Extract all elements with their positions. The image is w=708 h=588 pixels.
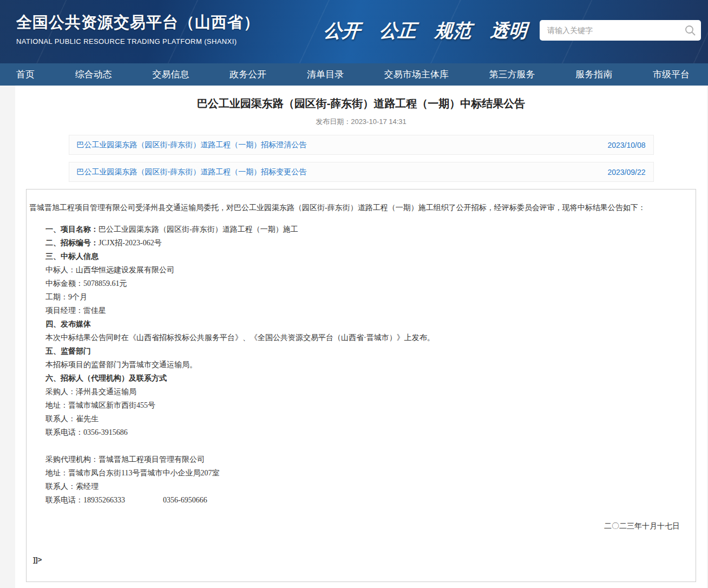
signature-date: 二〇二三年十月十七日 — [29, 519, 693, 533]
line-duration: 工期：9个月 — [29, 290, 693, 304]
nav-item-comprehensive-news[interactable]: 综合动态 — [75, 68, 112, 81]
related-date: 2023/10/08 — [607, 141, 645, 149]
publish-date: 发布日期：2023-10-17 14:31 — [15, 117, 707, 127]
line-agency-address: 地址：晋城市凤台东街113号晋城市中小企业局207室 — [29, 466, 693, 480]
nav-item-home[interactable]: 首页 — [16, 68, 35, 81]
heading-winner-info: 三、中标人信息 — [29, 250, 693, 263]
main-nav: 首页 综合动态 交易信息 政务公开 清单目录 交易市场主体库 第三方服务 服务指… — [0, 63, 708, 86]
site-title-cn: 全国公共资源交易平台（山西省） — [16, 12, 260, 34]
related-row[interactable]: 巴公工业园渠东路（园区街-薛东街）道路工程（一期）招标变更公告 2023/09/… — [69, 162, 654, 182]
line-purchaser-address: 地址：晋城市城区新市西街455号 — [29, 398, 693, 412]
line-purchaser-phone: 联系电话：0356-3915686 — [29, 426, 693, 439]
site-title-en: NATIONAL PUBLIC RESOURCE TRADING PLATFOR… — [16, 37, 260, 45]
announcement-body: 晋城晋旭工程项目管理有限公司受泽州县交通运输局委托，对巴公工业园渠东路（园区街-… — [26, 189, 696, 582]
slogan-word-transparent: 透明 — [489, 18, 528, 43]
related-date: 2023/09/22 — [607, 168, 645, 177]
heading-supervision: 五、监督部门 — [29, 344, 693, 358]
slogan-word-open: 公开 — [323, 18, 361, 43]
cdata-artifact-text: ]]> — [29, 556, 693, 564]
content-panel: 巴公工业园渠东路（园区街-薛东街）道路工程（一期）中标结果公告 发布日期：202… — [15, 86, 707, 588]
line-purchaser: 采购人：泽州县交通运输局 — [29, 385, 693, 398]
line-tender-number: 二、招标编号：JCJX招-2023-062号 — [29, 236, 693, 250]
line-bid-amount: 中标金额：5078859.61元 — [29, 277, 693, 290]
nav-item-market-entities[interactable]: 交易市场主体库 — [384, 68, 449, 81]
line-purchaser-contact: 联系人：崔先生 — [29, 412, 693, 426]
line-project-name: 一、项目名称：巴公工业园渠东路（园区街-薛东街）道路工程（一期）施工 — [29, 223, 693, 236]
site-brand: 全国公共资源交易平台（山西省） NATIONAL PUBLIC RESOURCE… — [16, 12, 260, 45]
nav-item-list-catalog[interactable]: 清单目录 — [307, 68, 344, 81]
search-input[interactable] — [546, 25, 684, 35]
slogan-word-fair: 公正 — [378, 18, 417, 43]
related-row[interactable]: 巴公工业园渠东路（园区街-薛东街）道路工程（一期）招标澄清公告 2023/10/… — [69, 135, 654, 155]
slogan-banner: 公开 公正 规范 透明 — [324, 18, 541, 43]
related-announcements: 巴公工业园渠东路（园区街-薛东街）道路工程（一期）招标澄清公告 2023/10/… — [69, 135, 654, 182]
line-supervision: 本招标项目的监督部门为晋城市交通运输局。 — [29, 358, 693, 371]
slogan-word-standard: 规范 — [434, 18, 472, 43]
related-link-clarification[interactable]: 巴公工业园渠东路（园区街-薛东街）道路工程（一期）招标澄清公告 — [77, 140, 307, 150]
line-winner: 中标人：山西华恒远建设发展有限公司 — [29, 263, 693, 277]
nav-item-service-guide[interactable]: 服务指南 — [575, 68, 612, 81]
related-link-change[interactable]: 巴公工业园渠东路（园区街-薛东街）道路工程（一期）招标变更公告 — [77, 167, 307, 177]
nav-item-gov-affairs[interactable]: 政务公开 — [230, 68, 266, 81]
line-agency-phone: 联系电话：18935266333 0356-6950666 — [29, 493, 693, 507]
search-icon[interactable] — [684, 24, 697, 37]
nav-item-trade-info[interactable]: 交易信息 — [153, 68, 189, 81]
line-agency: 采购代理机构：晋城晋旭工程项目管理有限公司 — [29, 453, 693, 466]
line-publish-media: 本次中标结果公告同时在《山西省招标投标公共服务平台》、《全国公共资源交易平台（山… — [29, 331, 693, 344]
site-header: 全国公共资源交易平台（山西省） NATIONAL PUBLIC RESOURCE… — [0, 0, 708, 63]
search-box — [540, 20, 701, 41]
line-project-manager: 项目经理：雷佳星 — [29, 304, 693, 317]
heading-publish-media: 四、发布媒体 — [29, 317, 693, 331]
intro-paragraph: 晋城晋旭工程项目管理有限公司受泽州县交通运输局委托，对巴公工业园渠东路（园区街-… — [29, 196, 693, 220]
article-title: 巴公工业园渠东路（园区街-薛东街）道路工程（一期）中标结果公告 — [15, 96, 707, 111]
heading-contact: 六、招标人（代理机构）及联系方式 — [29, 371, 693, 385]
nav-item-city-platform[interactable]: 市级平台 — [653, 68, 690, 81]
nav-item-third-party-services[interactable]: 第三方服务 — [489, 68, 535, 81]
line-agency-contact: 联系人：索经理 — [29, 480, 693, 493]
